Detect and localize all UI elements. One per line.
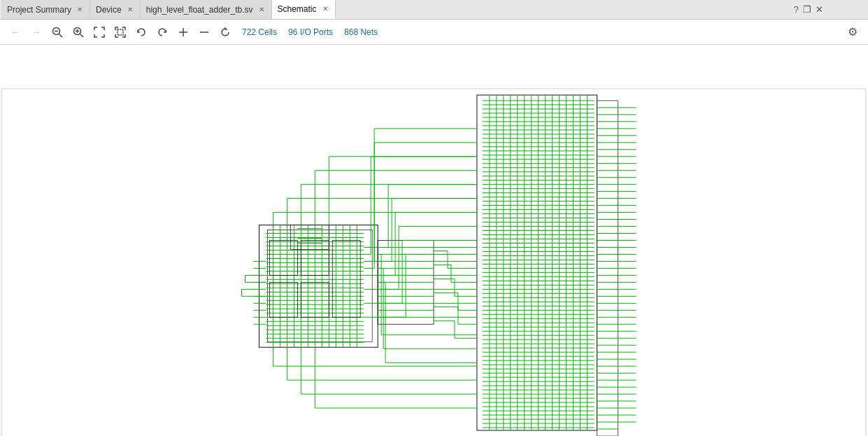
svg-line-4	[80, 34, 84, 37]
tab-close-high-level-float[interactable]: ✕	[257, 6, 266, 14]
fit-selected-button[interactable]	[111, 22, 130, 42]
back-button[interactable]: ←	[6, 22, 25, 42]
tab-high-level-float[interactable]: high_level_float_adder_tb.sv ✕	[141, 0, 272, 19]
tab-project-summary[interactable]: Project Summary ✕	[1, 0, 90, 19]
io-ports-stat[interactable]: 96 I/O Ports	[288, 27, 333, 37]
tab-label-high-level-float: high_level_float_adder_tb.sv	[146, 5, 253, 15]
refresh-button[interactable]	[215, 22, 235, 42]
toolbar-right: ⚙	[843, 22, 862, 42]
tab-bar: Project Summary ✕ Device ✕ high_level_fl…	[0, 0, 868, 20]
tab-close-device[interactable]: ✕	[126, 6, 134, 14]
svg-line-1	[59, 34, 63, 37]
cells-stat[interactable]: 722 Cells	[242, 27, 277, 37]
zoom-in-button[interactable]	[69, 22, 88, 42]
toolbar: ← →	[0, 20, 868, 45]
rotate-left-button[interactable]	[131, 22, 151, 42]
schematic-canvas[interactable]	[0, 45, 868, 436]
plus-button[interactable]	[173, 22, 193, 42]
settings-button[interactable]: ⚙	[843, 22, 862, 42]
tab-close-project-summary[interactable]: ✕	[76, 6, 84, 14]
nets-stat[interactable]: 868 Nets	[344, 27, 378, 37]
tab-label-schematic: Schematic	[278, 4, 317, 14]
forward-button[interactable]: →	[27, 22, 46, 42]
stats-section: 722 Cells 96 I/O Ports 868 Nets	[242, 27, 378, 37]
svg-rect-7	[118, 29, 123, 35]
tab-label-project-summary: Project Summary	[7, 5, 71, 15]
minus-button[interactable]	[194, 22, 214, 42]
window-close[interactable]: ✕	[816, 4, 823, 15]
schematic-diagram	[0, 45, 868, 436]
rotate-right-button[interactable]	[152, 22, 172, 42]
window-restore[interactable]: ❐	[803, 4, 811, 15]
tab-bar-right: ? ❐ ✕	[794, 4, 826, 15]
tab-close-schematic[interactable]: ✕	[321, 5, 329, 13]
tab-device[interactable]: Device ✕	[90, 0, 141, 19]
tab-label-device: Device	[96, 5, 122, 15]
fit-button[interactable]	[90, 22, 109, 42]
tab-schematic[interactable]: Schematic ✕	[272, 0, 336, 19]
zoom-out-button[interactable]	[48, 22, 67, 42]
window-help[interactable]: ?	[794, 4, 799, 15]
